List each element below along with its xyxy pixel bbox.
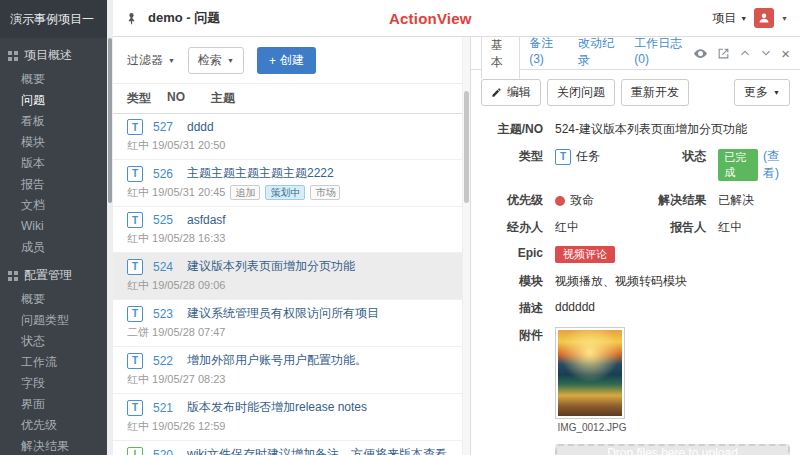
sidebar-section-label: 配置管理 bbox=[24, 267, 72, 284]
logo-view-text: View bbox=[437, 10, 472, 27]
detail-tab-基本[interactable]: 基本 bbox=[481, 37, 520, 79]
sidebar-item-状态[interactable]: 状态 bbox=[0, 331, 113, 352]
more-button[interactable]: 更多 ▼ bbox=[734, 79, 790, 106]
close-detail-icon[interactable]: × bbox=[781, 46, 790, 61]
issue-type-badge: T bbox=[127, 306, 143, 322]
sidebar-pin-icon[interactable] bbox=[125, 12, 138, 25]
user-icon bbox=[758, 12, 770, 24]
attachment-thumbnail[interactable] bbox=[555, 327, 625, 419]
share-icon[interactable] bbox=[717, 47, 730, 60]
sidebar-scrollbar-thumb[interactable] bbox=[108, 38, 112, 203]
next-issue-chevron-down-icon[interactable] bbox=[760, 47, 772, 59]
issue-row[interactable]: T526主题主题主题主题主题2222红中 19/05/31 20:45追加策划中… bbox=[113, 160, 470, 207]
sidebar-item-工作流[interactable]: 工作流 bbox=[0, 352, 113, 373]
sidebar-item-看板[interactable]: 看板 bbox=[0, 111, 113, 132]
status-view-link[interactable]: (查看) bbox=[763, 148, 790, 182]
issue-no-link[interactable]: 521 bbox=[153, 401, 187, 415]
issue-row[interactable]: T525asfdasf红中 19/05/28 16:33 bbox=[113, 207, 470, 253]
user-menu-chevron-icon[interactable]: ▼ bbox=[781, 15, 788, 22]
edit-label: 编辑 bbox=[507, 84, 531, 101]
search-dropdown[interactable]: 检索 ▼ bbox=[188, 47, 244, 74]
issue-type-badge: T bbox=[127, 212, 143, 228]
description-value: dddddd bbox=[555, 300, 595, 314]
issue-row[interactable]: T523建议系统管理员有权限访问所有项目二饼 19/05/28 07:47 bbox=[113, 300, 470, 347]
issue-subject-link[interactable]: 版本发布时能否增加release notes bbox=[187, 399, 367, 416]
issue-type-badge: I bbox=[127, 447, 143, 455]
sidebar-item-概要[interactable]: 概要 bbox=[0, 69, 113, 90]
issue-no-link[interactable]: 526 bbox=[153, 167, 187, 181]
issue-type-badge: T bbox=[127, 119, 143, 135]
reopen-issue-button[interactable]: 重新开发 bbox=[621, 79, 689, 106]
sidebar-item-界面[interactable]: 界面 bbox=[0, 394, 113, 415]
field-reporter: 报告人 红中 bbox=[644, 219, 790, 236]
column-type: 类型 bbox=[127, 90, 167, 107]
project-name[interactable]: 演示事例项目一 bbox=[0, 0, 113, 38]
module-label: 模块 bbox=[481, 273, 543, 290]
issue-list-toolbar: 过滤器 ▼ 检索 ▼ + 创建 bbox=[113, 37, 470, 83]
content: 过滤器 ▼ 检索 ▼ + 创建 类型 NO 主题 bbox=[113, 37, 800, 455]
sidebar-item-Wiki[interactable]: Wiki bbox=[0, 216, 113, 237]
issue-detail-panel: 基本备注(3)改动纪录工作日志(0) bbox=[470, 37, 800, 455]
sidebar-item-问题类型[interactable]: 问题类型 bbox=[0, 310, 113, 331]
issue-list-scrollbar[interactable] bbox=[462, 37, 470, 455]
sidebar-item-成员[interactable]: 成员 bbox=[0, 237, 113, 258]
issue-subject-link[interactable]: 建议系统管理员有权限访问所有项目 bbox=[187, 305, 379, 322]
sidebar-item-模块[interactable]: 模块 bbox=[0, 132, 113, 153]
issue-list-scrollbar-thumb[interactable] bbox=[464, 91, 469, 203]
issue-subject-link[interactable]: wiki文件保存时建议增加备注，方便将来版本查看 bbox=[187, 446, 447, 455]
reporter-label: 报告人 bbox=[644, 219, 706, 236]
issue-subject-link[interactable]: 主题主题主题主题主题2222 bbox=[187, 165, 334, 182]
column-no: NO bbox=[167, 90, 211, 107]
sidebar-item-优先级[interactable]: 优先级 bbox=[0, 415, 113, 436]
sidebar-item-版本[interactable]: 版本 bbox=[0, 153, 113, 174]
filter-dropdown[interactable]: 过滤器 ▼ bbox=[127, 52, 175, 69]
app-root: 演示事例项目一 项目概述概要问题看板模块版本报告文档Wiki成员配置管理概要问题… bbox=[0, 0, 800, 455]
issue-subject-link[interactable]: asfdasf bbox=[187, 213, 226, 227]
column-subject: 主题 bbox=[211, 90, 458, 107]
sidebar-item-字段[interactable]: 字段 bbox=[0, 373, 113, 394]
issue-no-link[interactable]: 525 bbox=[153, 213, 187, 227]
prev-issue-chevron-up-icon[interactable] bbox=[739, 47, 751, 59]
attachment-image bbox=[558, 330, 622, 416]
issue-subject-link[interactable]: dddd bbox=[187, 120, 214, 134]
issue-row[interactable]: T522增加外部用户账号用户配置功能。红中 19/05/27 08:23 bbox=[113, 347, 470, 394]
sidebar-item-解决结果[interactable]: 解决结果 bbox=[0, 436, 113, 455]
issue-rows: T527dddd红中 19/05/31 20:50T526主题主题主题主题主题2… bbox=[113, 114, 470, 455]
field-priority-resolution: 优先级 致命 解决结果 已解决 bbox=[481, 187, 790, 214]
file-dropzone[interactable]: Drop files here to upload bbox=[555, 444, 790, 455]
issue-subject-link[interactable]: 增加外部用户账号用户配置功能。 bbox=[187, 352, 367, 369]
dropzone-text: Drop files here to upload bbox=[607, 446, 738, 455]
attachment-label: 附件 bbox=[481, 327, 543, 344]
attachment-filename: IMG_0012.JPG bbox=[555, 422, 629, 433]
field-assignee: 经办人 红中 bbox=[481, 219, 644, 236]
topbar-right: 项目 ▼ ▼ bbox=[712, 8, 788, 28]
grid-icon bbox=[8, 51, 18, 61]
issue-no-link[interactable]: 524 bbox=[153, 260, 187, 274]
issue-type-badge: T bbox=[127, 259, 143, 275]
create-issue-button[interactable]: + 创建 bbox=[257, 47, 316, 74]
issue-no-link[interactable]: 523 bbox=[153, 307, 187, 321]
sidebar-nav: 项目概述概要问题看板模块版本报告文档Wiki成员配置管理概要问题类型状态工作流字… bbox=[0, 38, 113, 455]
issue-row[interactable]: T527dddd红中 19/05/31 20:50 bbox=[113, 114, 470, 160]
user-avatar[interactable] bbox=[754, 8, 774, 28]
close-issue-button[interactable]: 关闭问题 bbox=[547, 79, 615, 106]
sidebar-item-文档[interactable]: 文档 bbox=[0, 195, 113, 216]
issue-row[interactable]: I520wiki文件保存时建议增加备注，方便将来版本查看红中 19/05/26 … bbox=[113, 441, 470, 455]
field-resolution: 解决结果 已解决 bbox=[644, 192, 790, 209]
sidebar-section-title[interactable]: 配置管理 bbox=[0, 258, 113, 289]
issue-subject-link[interactable]: 建议版本列表页面增加分页功能 bbox=[187, 258, 355, 275]
sidebar-item-概要[interactable]: 概要 bbox=[0, 289, 113, 310]
issue-row[interactable]: T524建议版本列表页面增加分页功能红中 19/05/28 09:06 bbox=[113, 253, 470, 300]
project-menu-button[interactable]: 项目 ▼ bbox=[712, 10, 747, 27]
issue-no-link[interactable]: 520 bbox=[153, 448, 187, 455]
sidebar-item-报告[interactable]: 报告 bbox=[0, 174, 113, 195]
edit-button[interactable]: 编辑 bbox=[481, 79, 541, 106]
issue-row[interactable]: T521版本发布时能否增加release notes红中 19/05/26 12… bbox=[113, 394, 470, 441]
sidebar-item-问题[interactable]: 问题 bbox=[0, 90, 113, 111]
issue-no-link[interactable]: 527 bbox=[153, 120, 187, 134]
sidebar-section-title[interactable]: 项目概述 bbox=[0, 38, 113, 69]
issue-type-badge: T bbox=[555, 149, 571, 165]
issue-no-link[interactable]: 522 bbox=[153, 354, 187, 368]
search-label: 检索 bbox=[198, 52, 222, 69]
watch-eye-icon[interactable] bbox=[693, 46, 708, 61]
